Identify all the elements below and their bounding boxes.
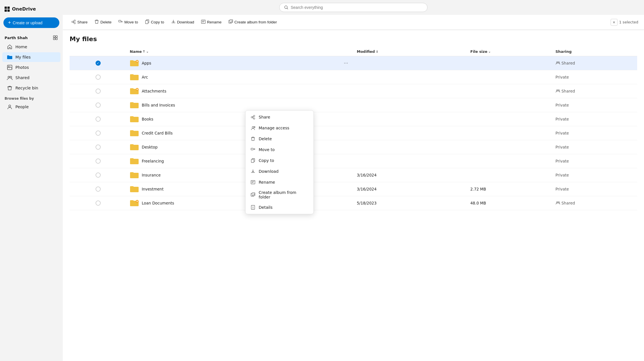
name-cell[interactable]: Desktop ··· [126, 140, 353, 154]
th-name[interactable]: Name ↑ ⌄ [126, 47, 353, 56]
checkbox-cell[interactable] [70, 154, 126, 168]
th-checkbox [70, 47, 126, 56]
file-name: Attachments [142, 89, 166, 93]
ctx-item-details[interactable]: Details [246, 202, 313, 213]
copy-to-button[interactable]: Copy to [142, 18, 167, 27]
sharing-label: Private [556, 173, 569, 177]
checkbox-cell[interactable] [70, 98, 126, 112]
modified-header-label: Modified [357, 49, 375, 54]
name-cell[interactable]: Freelancing ··· [126, 154, 353, 168]
checkbox-cell[interactable] [70, 168, 126, 182]
sidebar-item-photos[interactable]: Photos [2, 63, 60, 72]
copy-to-label: Copy to [151, 20, 164, 24]
row-checkbox-empty[interactable] [96, 103, 101, 108]
svg-point-23 [556, 202, 558, 203]
rename-label: Rename [207, 20, 222, 24]
ctx-item-manage-access[interactable]: Manage access [246, 123, 313, 133]
row-checkbox-empty[interactable] [96, 159, 101, 164]
name-cell[interactable]: Credit Card Bills ··· [126, 126, 353, 140]
checkbox-cell[interactable] [70, 126, 126, 140]
row-checkbox-checked[interactable]: ✓ [96, 61, 101, 66]
th-file-size[interactable]: File size ⌄ [467, 47, 552, 56]
sidebar-item-home[interactable]: Home [2, 42, 60, 52]
th-modified[interactable]: Modified ↓ [353, 47, 467, 56]
ctx-item-share[interactable]: Share [246, 112, 313, 123]
row-checkbox-empty[interactable] [96, 186, 101, 192]
row-checkbox-empty[interactable] [96, 75, 101, 80]
name-cell[interactable]: Books ··· [126, 112, 353, 126]
size-value: 48.0 MB [470, 201, 486, 205]
checkbox-cell[interactable] [70, 182, 126, 196]
row-checkbox-empty[interactable] [96, 117, 101, 122]
sidebar-item-my-files[interactable]: My files [2, 52, 60, 62]
file-size-sort-icon: ⌄ [488, 50, 491, 53]
share-button[interactable]: Share [68, 18, 90, 27]
size-cell: 2.72 MB [467, 182, 552, 196]
ctx-item-move-to[interactable]: Move to [246, 144, 313, 155]
row-checkbox-empty[interactable] [96, 131, 101, 136]
expand-sidebar-icon[interactable] [52, 35, 58, 41]
sharing-label: Shared [562, 89, 575, 93]
context-menu: Share Manage access Delete Move to Copy … [245, 110, 314, 214]
table-row: ✓ Apps ··· Shared [70, 56, 637, 70]
table-row: Attachments ··· Shared [70, 84, 637, 98]
modified-value: 5/18/2023 [357, 201, 376, 205]
create-or-upload-button[interactable]: + Create or upload [3, 17, 59, 28]
checkbox-cell[interactable] [70, 140, 126, 154]
selection-text: 1 selected [619, 20, 638, 24]
ctx-item-copy-to[interactable]: Copy to [246, 155, 313, 166]
rename-button[interactable]: Rename [198, 18, 224, 27]
ctx-item-rename[interactable]: Rename [246, 177, 313, 188]
sharing-cell: Private [552, 140, 637, 154]
size-cell [467, 154, 552, 168]
row-checkbox-empty[interactable] [96, 145, 101, 150]
name-cell[interactable]: Apps ··· [126, 56, 353, 70]
close-selection-button[interactable]: × [611, 19, 617, 26]
checkbox-cell[interactable]: ✓ [70, 56, 126, 70]
svg-rect-1 [56, 36, 57, 37]
ctx-item-label: Share [259, 115, 270, 119]
app-logo: OneDrive [0, 3, 63, 16]
svg-point-20 [556, 90, 558, 91]
sharing-shared-icon [556, 201, 560, 206]
name-cell[interactable]: Bills and Invoices ··· [126, 98, 353, 112]
delete-label: Delete [100, 20, 112, 24]
sidebar-item-people[interactable]: People [2, 102, 60, 112]
download-button[interactable]: Download [168, 18, 197, 27]
row-checkbox-empty[interactable] [96, 173, 101, 178]
sidebar-item-shared[interactable]: Shared [2, 73, 60, 83]
name-cell[interactable]: Attachments ··· [126, 84, 353, 98]
ctx-item-create-album[interactable]: Create album from folder [246, 188, 313, 202]
share-label: Share [77, 20, 88, 24]
table-row: Books ··· Private [70, 112, 637, 126]
ctx-item-delete[interactable]: Delete [246, 133, 313, 144]
move-to-button[interactable]: Move to [116, 18, 141, 27]
row-checkbox-empty[interactable] [96, 89, 101, 94]
name-cell[interactable]: Arc ··· [126, 70, 353, 84]
svg-point-7 [10, 76, 12, 78]
folder-icon [130, 143, 139, 152]
ctx-item-label: Copy to [259, 158, 274, 163]
row-checkbox-empty[interactable] [96, 200, 101, 206]
modified-cell: 3/16/2024 [353, 182, 467, 196]
name-cell[interactable]: Investment ··· [126, 182, 353, 196]
sharing-cell: Private [552, 98, 637, 112]
create-album-button[interactable]: Create album from folder [226, 18, 280, 27]
search-box[interactable] [279, 3, 428, 12]
ctx-item-download[interactable]: Download [246, 166, 313, 177]
sidebar-item-shared-label: Shared [15, 75, 29, 80]
delete-button[interactable]: Delete [92, 18, 114, 27]
checkbox-cell[interactable] [70, 70, 126, 84]
name-cell[interactable]: Loan Documents ··· [126, 196, 353, 210]
checkbox-cell[interactable] [70, 84, 126, 98]
search-input[interactable] [291, 5, 423, 10]
file-name: Loan Documents [142, 201, 174, 205]
name-cell[interactable]: Insurance ··· [126, 168, 353, 182]
page-title: My files [70, 35, 637, 43]
checkbox-cell[interactable] [70, 196, 126, 210]
file-name: Freelancing [142, 159, 164, 163]
modified-cell: 3/16/2024 [353, 168, 467, 182]
more-options-button[interactable]: ··· [342, 59, 350, 67]
checkbox-cell[interactable] [70, 112, 126, 126]
sidebar-item-recycle-bin[interactable]: Recycle bin [2, 83, 60, 93]
